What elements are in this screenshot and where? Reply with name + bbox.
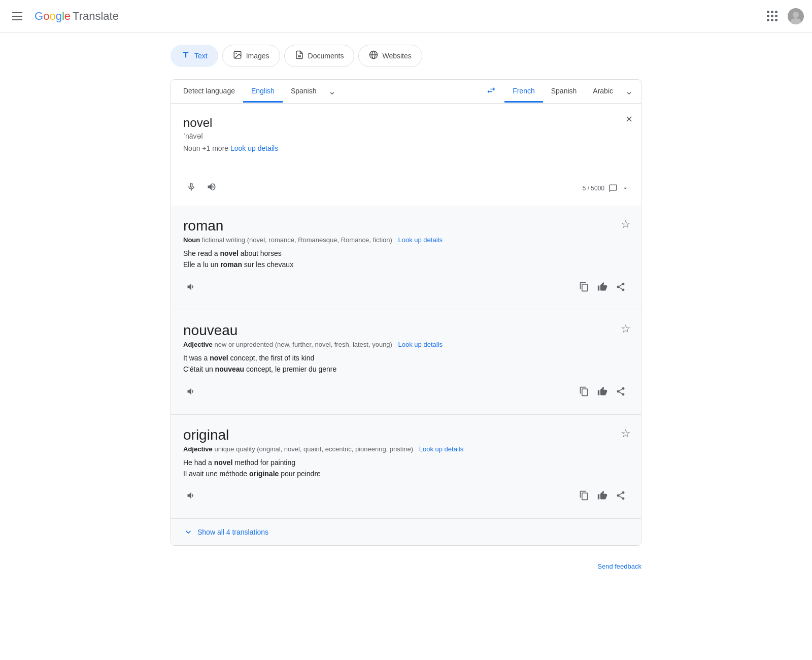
show-all-label: Show all 4 translations — [197, 528, 268, 536]
result-actions-original — [576, 487, 629, 506]
copy-nouveau-button[interactable] — [576, 383, 592, 402]
speaker-button[interactable] — [204, 179, 220, 197]
pos-label-roman: Noun — [183, 236, 200, 244]
lookup-original-link[interactable]: Look up details — [419, 445, 463, 453]
audio-nouveau-button[interactable] — [183, 383, 199, 402]
documents-tab-icon — [295, 50, 304, 61]
header-right — [763, 7, 804, 25]
favorite-original-button[interactable]: ☆ — [619, 425, 633, 442]
show-all-translations[interactable]: Show all 4 translations — [171, 518, 641, 545]
page-footer: Send feedback — [171, 554, 641, 578]
result-word-roman: roman — [183, 218, 629, 234]
result-card-original: ☆ original Adjective unique quality (ori… — [171, 414, 641, 519]
result-footer-nouveau — [183, 383, 629, 402]
tab-text[interactable]: Text — [171, 45, 218, 67]
thumbs-roman-button[interactable] — [594, 279, 611, 298]
menu-button[interactable] — [8, 8, 26, 24]
source-lang-spanish[interactable]: Spanish — [283, 81, 325, 103]
lookup-details-link[interactable]: Look up details — [230, 144, 278, 152]
mic-button[interactable] — [183, 179, 199, 197]
char-count: 5 / 5000 — [583, 184, 629, 193]
example-fr-original: Il avait une méthode originale pour pein… — [183, 468, 629, 479]
logo-translate-text: Translate — [73, 10, 119, 23]
source-text-input[interactable]: novel — [183, 116, 629, 130]
tab-text-label: Text — [194, 52, 208, 60]
header: Google Translate — [0, 0, 812, 32]
thumbs-original-button[interactable] — [594, 487, 611, 506]
source-meta: Noun +1 more Look up details — [183, 144, 629, 152]
result-example-original: He had a novel method for painting Il av… — [183, 457, 629, 480]
result-actions-nouveau — [576, 383, 629, 402]
favorite-roman-button[interactable]: ☆ — [619, 216, 633, 233]
audio-roman-button[interactable] — [183, 279, 199, 298]
target-lang-spanish[interactable]: Spanish — [543, 81, 585, 103]
pos-label-nouveau: Adjective — [183, 341, 213, 348]
svg-point-1 — [793, 12, 799, 18]
logo[interactable]: Google Translate — [35, 10, 119, 23]
tab-websites-label: Websites — [382, 52, 411, 60]
source-phonetic: ˈnävəl — [183, 132, 629, 140]
result-actions-roman — [576, 279, 629, 298]
result-word-original: original — [183, 427, 629, 443]
synonyms-nouveau: new or unpredented (new, further, novel,… — [214, 341, 392, 348]
source-pos: Noun +1 more — [183, 144, 228, 152]
example-en-roman: She read a novel about horses — [183, 248, 629, 259]
result-footer-roman — [183, 279, 629, 298]
result-footer-original — [183, 487, 629, 506]
thumbs-nouveau-button[interactable] — [594, 383, 611, 402]
synonyms-roman: fictional writing (novel, romance, Roman… — [202, 236, 392, 244]
result-pos-nouveau: Adjective new or unpredented (new, furth… — [183, 341, 629, 348]
char-count-text: 5 / 5000 — [583, 185, 604, 192]
translation-panel: Detect language English Spanish ⌄ French… — [171, 79, 641, 546]
result-card-roman: ☆ roman Noun fictional writing (novel, r… — [171, 206, 641, 310]
share-original-button[interactable] — [613, 487, 629, 506]
tab-websites[interactable]: Websites — [358, 45, 422, 67]
source-lang-selector: Detect language English Spanish ⌄ French… — [171, 80, 641, 104]
clear-button[interactable]: ✕ — [625, 114, 633, 125]
source-lang-more[interactable]: ⌄ — [324, 80, 340, 103]
swap-languages-button[interactable] — [482, 81, 500, 102]
svg-point-4 — [235, 53, 236, 54]
source-area: ✕ novel ˈnävəl Noun +1 more Look up deta… — [171, 104, 641, 175]
result-example-roman: She read a novel about horses Elle a lu … — [183, 248, 629, 271]
example-en-nouveau: It was a novel concept, the first of its… — [183, 352, 629, 364]
share-nouveau-button[interactable] — [613, 383, 629, 402]
send-feedback-link[interactable]: Send feedback — [597, 563, 641, 570]
pos-label-original: Adjective — [183, 445, 213, 453]
header-left: Google Translate — [8, 8, 119, 24]
source-lang-english[interactable]: English — [243, 81, 283, 103]
example-fr-roman: Elle a lu un roman sur les chevaux — [183, 259, 629, 270]
tab-documents[interactable]: Documents — [284, 45, 355, 67]
source-lang-detect[interactable]: Detect language — [175, 81, 243, 103]
example-en-original: He had a novel method for painting — [183, 457, 629, 468]
result-example-nouveau: It was a novel concept, the first of its… — [183, 352, 629, 375]
favorite-nouveau-button[interactable]: ☆ — [619, 320, 633, 338]
synonyms-original: unique quality (original, novel, quaint,… — [214, 445, 413, 453]
result-word-nouveau: nouveau — [183, 322, 629, 339]
main-content: Text Images Documents — [162, 32, 650, 590]
tab-documents-label: Documents — [308, 52, 344, 60]
lookup-nouveau-link[interactable]: Look up details — [398, 341, 443, 348]
copy-original-button[interactable] — [576, 487, 592, 506]
target-lang-arabic[interactable]: Arabic — [585, 81, 621, 103]
share-roman-button[interactable] — [613, 279, 629, 298]
result-pos-roman: Noun fictional writing (novel, romance, … — [183, 236, 629, 244]
result-card-nouveau: ☆ nouveau Adjective new or unpredented (… — [171, 310, 641, 414]
account-avatar[interactable] — [788, 8, 804, 24]
target-lang-french[interactable]: French — [504, 81, 543, 103]
target-lang-more[interactable]: ⌄ — [621, 80, 637, 103]
source-word: novel — [183, 116, 212, 129]
logo-google-text: Google — [35, 10, 71, 23]
tab-images-label: Images — [246, 52, 269, 60]
audio-original-button[interactable] — [183, 487, 199, 506]
tab-images[interactable]: Images — [222, 45, 280, 67]
source-footer: 5 / 5000 — [171, 175, 641, 206]
example-fr-nouveau: C'était un nouveau concept, le premier d… — [183, 364, 629, 375]
apps-button[interactable] — [763, 7, 782, 25]
lookup-roman-link[interactable]: Look up details — [398, 236, 442, 244]
text-tab-icon — [181, 50, 190, 61]
images-tab-icon — [233, 50, 242, 61]
source-actions — [183, 179, 220, 197]
websites-tab-icon — [369, 50, 378, 61]
copy-roman-button[interactable] — [576, 279, 592, 298]
